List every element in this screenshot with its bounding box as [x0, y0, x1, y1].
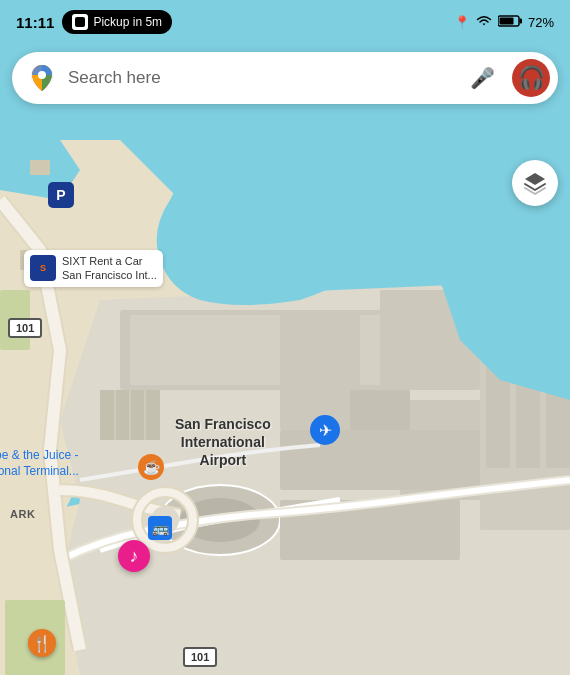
- plane-icon: ✈: [319, 421, 332, 440]
- highway-101-badge-bottom: 101: [183, 647, 217, 665]
- mic-icon: 🎤: [470, 66, 495, 90]
- music-icon: ♪: [130, 546, 139, 567]
- layers-button[interactable]: [512, 160, 558, 206]
- battery-percentage: 72%: [528, 15, 554, 30]
- uber-pickup-label: Pickup in 5m: [93, 15, 162, 29]
- mic-button[interactable]: 🎤: [462, 58, 502, 98]
- uber-pickup-pill[interactable]: Pickup in 5m: [62, 10, 172, 34]
- maps-logo: [26, 62, 58, 94]
- avatar-icon: 🎧: [518, 65, 545, 91]
- transit-icon: 🚌: [152, 520, 169, 536]
- svg-rect-28: [20, 250, 50, 270]
- road-101-label: 101: [8, 318, 42, 338]
- food-icon: 🍴: [32, 634, 52, 653]
- search-bar[interactable]: Search here 🎤 🎧: [12, 52, 558, 104]
- battery-status-icon: [498, 15, 522, 30]
- svg-rect-31: [519, 18, 522, 23]
- wifi-status-icon: [476, 15, 492, 30]
- parking-icon: P: [48, 182, 74, 208]
- svg-rect-12: [350, 390, 410, 430]
- layers-icon: [523, 171, 547, 195]
- transit-marker[interactable]: 🚌: [148, 516, 172, 540]
- entertainment-marker[interactable]: ♪: [118, 540, 150, 572]
- airport-marker[interactable]: ✈: [310, 415, 340, 445]
- uber-logo: [72, 14, 88, 30]
- location-status-icon: 📍: [454, 15, 470, 30]
- svg-rect-9: [280, 310, 360, 430]
- parking-letter: P: [56, 187, 65, 203]
- coffee-shop-marker[interactable]: ☕: [138, 454, 164, 480]
- status-right: 📍 72%: [454, 15, 554, 30]
- user-avatar[interactable]: 🎧: [512, 59, 550, 97]
- status-time: 11:11: [16, 14, 54, 31]
- status-left: 11:11 Pickup in 5m: [16, 10, 172, 34]
- svg-point-34: [38, 71, 46, 79]
- highway-101-badge-top: 101: [8, 318, 42, 336]
- status-bar: 11:11 Pickup in 5m 📍 72%: [0, 0, 570, 44]
- road-101-label-2: 101: [183, 647, 217, 667]
- svg-rect-17: [280, 430, 480, 490]
- search-placeholder[interactable]: Search here: [68, 68, 452, 88]
- coffee-icon: ☕: [143, 459, 160, 475]
- food-marker[interactable]: 🍴: [28, 629, 56, 657]
- pink-marker-circle: ♪: [118, 540, 150, 572]
- svg-rect-29: [30, 160, 50, 175]
- svg-rect-32: [499, 17, 513, 24]
